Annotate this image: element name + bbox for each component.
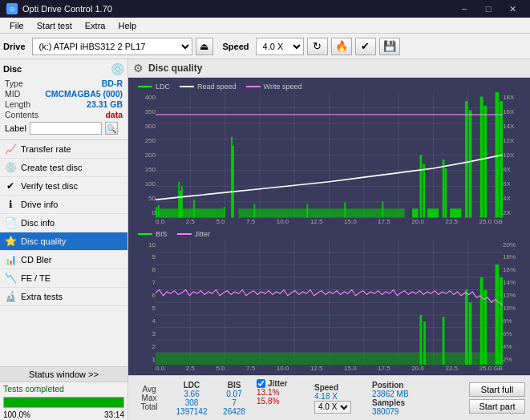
eject-button[interactable]: ⏏ xyxy=(196,38,213,55)
disc-info-icon: 📄 xyxy=(5,217,16,228)
stats-position-label: Position xyxy=(372,381,403,390)
svg-rect-66 xyxy=(423,321,426,365)
stats-speed-select[interactable]: 4.0 X xyxy=(314,401,351,414)
lower-chart-svg xyxy=(156,240,503,365)
jitter-line-sample xyxy=(177,233,192,235)
svg-rect-44 xyxy=(450,208,461,217)
svg-rect-41 xyxy=(239,208,405,217)
nav-cd-bler-label: CD Bler xyxy=(21,255,52,265)
nav-items: 📈 Transfer rate 💿 Create test disc ✔ Ver… xyxy=(0,140,127,306)
progress-bar-fill xyxy=(4,398,123,407)
nav-disc-quality[interactable]: ⭐ Disc quality xyxy=(0,232,127,251)
svg-rect-17 xyxy=(156,207,157,217)
svg-rect-33 xyxy=(445,168,447,217)
bottom-row: 100.0% 33:14 xyxy=(0,410,127,420)
write-speed-legend: Write speed xyxy=(246,83,302,91)
disc-label-btn[interactable]: 🔍 xyxy=(105,122,118,135)
nav-verify-test-disc[interactable]: ✔ Verify test disc xyxy=(0,177,127,196)
menu-file[interactable]: File xyxy=(3,19,30,32)
chart-header: ⚙ Disc quality xyxy=(128,59,530,78)
svg-rect-34 xyxy=(465,101,468,217)
menu-extra[interactable]: Extra xyxy=(79,19,112,32)
stats-total-label: Total xyxy=(140,402,157,411)
save-button[interactable]: 💾 xyxy=(379,38,400,55)
stats-bis-avg: 0.07 xyxy=(226,390,241,398)
nav-transfer-rate[interactable]: 📈 Transfer rate xyxy=(0,140,127,159)
upper-chart-svg xyxy=(156,92,503,218)
drive-select[interactable]: (k:) ATAPI iHBS312 2 PL17 xyxy=(32,38,192,55)
refresh-button[interactable]: ↻ xyxy=(307,38,328,55)
menubar: File Start test Extra Help xyxy=(0,18,530,34)
nav-extra-tests-label: Extra tests xyxy=(21,292,63,301)
nav-fe-te-label: FE / TE xyxy=(21,273,51,283)
ldc-legend: LDC xyxy=(138,83,170,91)
maximize-button[interactable]: □ xyxy=(477,0,500,18)
read-speed-legend-label: Read speed xyxy=(197,83,237,91)
lower-y-axis-right: 20% 18% 16% 14% 12% 10% 8% 6% 4% 2% xyxy=(503,240,527,365)
burn-button[interactable]: 🔥 xyxy=(331,38,352,55)
titlebar-controls: − □ ✕ xyxy=(453,0,524,18)
transfer-rate-icon: 📈 xyxy=(5,143,16,155)
start-part-button[interactable]: Start part xyxy=(469,399,525,414)
stats-bis-header: BIS xyxy=(228,381,241,390)
svg-rect-23 xyxy=(224,207,225,217)
start-buttons: Start full Start part xyxy=(469,382,525,414)
chart-title: Disc quality xyxy=(148,63,202,74)
start-full-button[interactable]: Start full xyxy=(469,382,525,397)
jitter-checkbox[interactable] xyxy=(257,379,265,388)
stats-bis-total: 26428 xyxy=(223,407,245,416)
nav-cd-bler[interactable]: 📊 CD Bler xyxy=(0,251,127,269)
verify-button[interactable]: ✔ xyxy=(355,38,376,55)
stats-ldc-max: 308 xyxy=(185,398,199,407)
speed-select[interactable]: 4.0 X xyxy=(256,38,304,55)
menu-start-test[interactable]: Start test xyxy=(30,19,79,32)
status-window-button[interactable]: Status window >> xyxy=(0,367,127,382)
upper-chart-axis: 400 350 300 250 200 150 100 50 0 xyxy=(131,92,527,218)
stats-bis-max: 7 xyxy=(232,398,237,407)
nav-disc-info-label: Disc info xyxy=(21,218,55,228)
jitter-legend-label: Jitter xyxy=(195,230,211,238)
upper-chart-wrapper: LDC Read speed Write speed 400 350 xyxy=(131,81,527,225)
nav-extra-tests[interactable]: 🔬 Extra tests xyxy=(0,288,127,306)
nav-verify-test-disc-label: Verify test disc xyxy=(21,181,78,191)
disc-mid-row: MID CMCMAGBA5 (000) xyxy=(3,89,124,99)
app-icon: ⊙ xyxy=(6,3,18,14)
jitter-legend: Jitter xyxy=(177,230,211,238)
menu-help[interactable]: Help xyxy=(111,19,143,32)
svg-rect-37 xyxy=(483,106,487,218)
nav-disc-info[interactable]: 📄 Disc info xyxy=(0,214,127,232)
lower-x-axis: 0.0 2.5 5.0 7.5 10.0 12.5 15.0 17.5 20.0… xyxy=(131,365,527,372)
app-title: Opti Drive Control 1.70 xyxy=(22,4,112,14)
svg-rect-35 xyxy=(469,110,472,217)
stats-samples-value: 380079 xyxy=(372,407,399,416)
disc-contents-value: data xyxy=(105,110,123,119)
disc-length-value: 23.31 GB xyxy=(87,99,123,109)
minimize-button[interactable]: − xyxy=(453,0,475,18)
lower-chart-inner xyxy=(156,240,503,365)
svg-rect-68 xyxy=(465,289,468,365)
disc-mid-value: CMCMAGBA5 (000) xyxy=(45,89,123,99)
svg-rect-39 xyxy=(500,101,503,217)
disc-type-value: BD-R xyxy=(102,79,123,88)
nav-create-test-disc[interactable]: 💿 Create test disc xyxy=(0,159,127,177)
speed-label: Speed xyxy=(223,42,249,51)
svg-rect-31 xyxy=(423,164,425,217)
stats-ldc-total: 1397142 xyxy=(176,407,208,416)
disc-panel: Disc 💿 Type BD-R MID CMCMAGBA5 (000) Len… xyxy=(0,59,127,140)
svg-rect-24 xyxy=(231,137,233,218)
disc-label-input[interactable] xyxy=(30,122,102,135)
content-area: ⚙ Disc quality LDC Read speed xyxy=(128,59,530,420)
svg-rect-65 xyxy=(419,314,422,365)
nav-fe-te[interactable]: 📉 FE / TE xyxy=(0,269,127,288)
nav-drive-info[interactable]: ℹ Drive info xyxy=(0,196,127,214)
svg-rect-30 xyxy=(419,155,422,217)
titlebar-left: ⊙ Opti Drive Control 1.70 xyxy=(6,3,112,14)
svg-rect-32 xyxy=(443,160,445,218)
sidebar: Disc 💿 Type BD-R MID CMCMAGBA5 (000) Len… xyxy=(0,59,128,420)
upper-chart-inner xyxy=(156,92,503,218)
nav-transfer-rate-label: Transfer rate xyxy=(21,144,71,154)
disc-length-label: Length xyxy=(5,99,30,109)
close-button[interactable]: ✕ xyxy=(501,0,524,18)
stats-jitter-max: 15.8% xyxy=(257,397,279,406)
read-speed-legend: Read speed xyxy=(180,83,237,91)
